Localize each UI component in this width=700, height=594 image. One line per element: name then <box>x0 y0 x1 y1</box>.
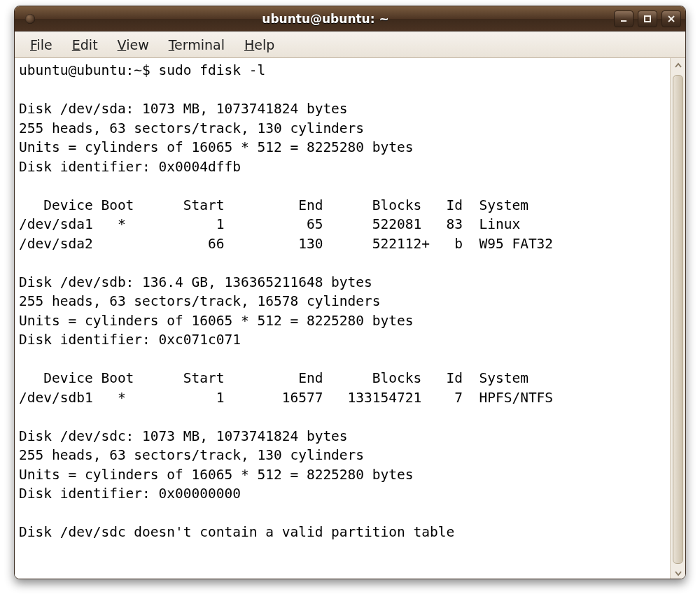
menu-file[interactable]: File <box>20 34 62 55</box>
menu-terminal[interactable]: Terminal <box>159 34 234 55</box>
terminal-window: ubuntu@ubuntu: ~ File Edit View Terminal… <box>14 6 686 579</box>
scrollbar[interactable] <box>670 58 685 579</box>
terminal-output[interactable]: ubuntu@ubuntu:~$ sudo fdisk -l Disk /dev… <box>15 58 670 579</box>
scroll-up-icon[interactable] <box>671 58 685 73</box>
window-controls <box>614 10 681 27</box>
minimize-button[interactable] <box>614 10 634 27</box>
window-icon <box>23 12 37 26</box>
scroll-down-icon[interactable] <box>671 565 685 579</box>
terminal-area: ubuntu@ubuntu:~$ sudo fdisk -l Disk /dev… <box>15 58 685 579</box>
menubar: File Edit View Terminal Help <box>15 31 685 58</box>
svg-rect-1 <box>645 16 650 22</box>
minimize-icon <box>620 15 628 23</box>
maximize-icon <box>643 15 652 23</box>
close-icon <box>667 15 676 23</box>
maximize-button[interactable] <box>638 10 657 27</box>
scroll-thumb[interactable] <box>673 75 683 564</box>
titlebar[interactable]: ubuntu@ubuntu: ~ <box>15 6 685 31</box>
close-button[interactable] <box>662 10 681 27</box>
menu-help[interactable]: Help <box>234 34 284 55</box>
menu-edit[interactable]: Edit <box>62 34 108 55</box>
menu-view[interactable]: View <box>108 34 159 55</box>
window-title: ubuntu@ubuntu: ~ <box>37 12 614 26</box>
